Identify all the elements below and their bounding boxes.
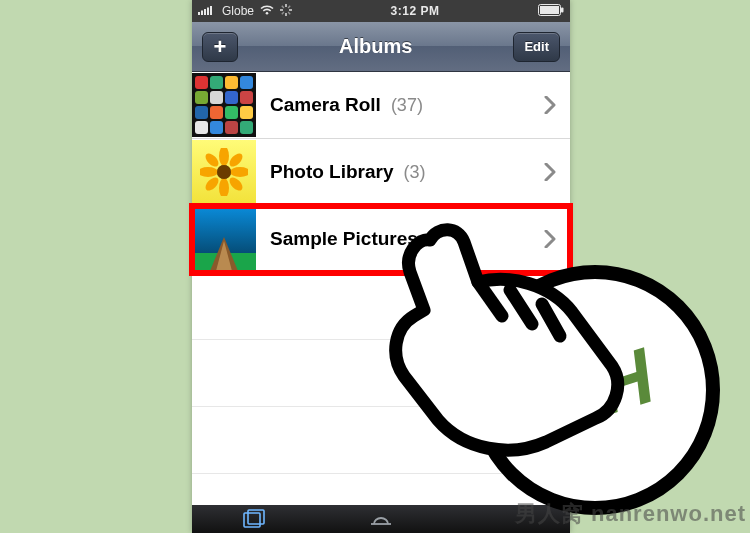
svg-line-12 [282,12,284,14]
phone-frame: Globe 3:12 PM + Albums Edit [192,0,570,533]
svg-rect-2 [204,9,206,15]
album-title: Photo Library [270,161,394,183]
svg-point-23 [227,151,245,169]
tab-albums[interactable] [192,505,318,533]
album-count: (3) [404,162,426,183]
signal-icon [198,4,216,18]
tab-photostream[interactable] [318,505,444,533]
empty-row [192,273,570,340]
svg-rect-3 [207,8,209,16]
add-album-button[interactable]: + [202,32,238,62]
svg-point-24 [203,175,221,193]
tab-places[interactable] [444,505,570,533]
album-thumbnail [192,207,256,271]
wifi-icon [260,4,274,18]
chevron-right-icon [538,163,562,181]
album-list: Camera Roll (37) [192,72,570,533]
svg-rect-29 [244,513,260,527]
svg-point-19 [219,178,229,196]
album-count: (37) [391,95,423,116]
album-row-photo-library[interactable]: Photo Library (3) [192,139,570,206]
svg-line-13 [288,5,290,7]
album-thumbnail [192,73,256,137]
svg-rect-30 [248,510,264,524]
album-row-sample-pictures[interactable]: Sample Pictures (3) [192,206,570,273]
carrier-label: Globe [222,4,254,18]
activity-icon [280,4,292,19]
edit-button[interactable]: Edit [513,32,560,62]
nav-bar: + Albums Edit [192,22,570,72]
svg-point-22 [203,151,221,169]
clock: 3:12 PM [292,4,538,18]
svg-point-20 [200,167,218,177]
svg-rect-15 [540,6,559,14]
svg-point-5 [266,12,269,15]
svg-point-25 [227,175,245,193]
status-bar: Globe 3:12 PM [192,0,570,22]
battery-icon [538,4,564,19]
svg-rect-16 [561,7,564,12]
album-title: Camera Roll [270,94,381,116]
empty-row [192,407,570,474]
chevron-right-icon [538,230,562,248]
svg-rect-4 [210,6,212,15]
svg-point-26 [217,165,231,179]
chevron-right-icon [538,96,562,114]
svg-line-11 [288,12,290,14]
svg-rect-0 [198,12,200,15]
svg-rect-1 [201,11,203,16]
svg-point-21 [230,167,248,177]
album-count: (3) [428,229,450,250]
svg-line-10 [282,5,284,7]
empty-row [192,340,570,407]
nav-title: Albums [339,35,412,58]
tab-bar [192,505,570,533]
album-title: Sample Pictures [270,228,418,250]
album-thumbnail [192,140,256,204]
album-row-camera-roll[interactable]: Camera Roll (37) [192,72,570,139]
svg-point-18 [219,148,229,166]
